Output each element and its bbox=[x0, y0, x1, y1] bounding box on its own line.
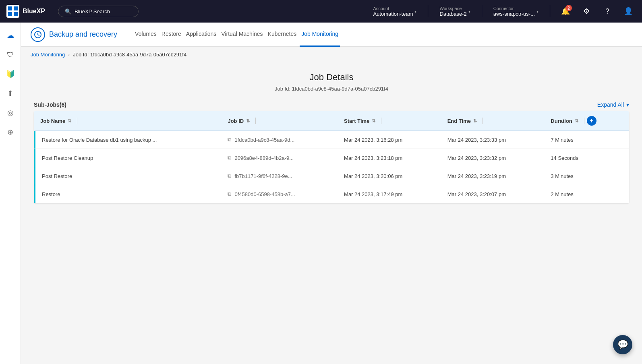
td-end-time-0: Mar 24 2023, 3:23:33 pm bbox=[441, 131, 545, 149]
td-duration-2: 3 Minutes bbox=[544, 167, 629, 185]
settings-button[interactable]: ⚙ bbox=[579, 4, 594, 19]
account-dropdown[interactable]: Account Automation-team ▾ bbox=[370, 4, 420, 19]
top-navigation: BlueXP 🔍 BlueXP Search Account Automatio… bbox=[0, 0, 642, 23]
tab-applications[interactable]: Applications bbox=[184, 23, 218, 47]
td-start-time-1: Mar 24 2023, 3:23:18 pm bbox=[338, 149, 441, 167]
col-job-id-label: Job ID bbox=[228, 118, 244, 124]
col-duration: Duration ⇅ + bbox=[544, 111, 629, 131]
table-body: Restore for Oracle Database db1 using ba… bbox=[34, 131, 629, 203]
connector-label: Connector bbox=[493, 6, 535, 11]
row-accent-2 bbox=[34, 167, 35, 185]
expand-all-button[interactable]: Expand All ▾ bbox=[597, 101, 629, 108]
job-details-id: Job Id: 1fdca0bd-a9c8-45aa-9d7a-05a07cb2… bbox=[34, 86, 629, 92]
app-tabs: Volumes Restore Applications Virtual Mac… bbox=[133, 23, 340, 46]
table-header: Job Name ⇅ Job ID ⇅ bbox=[34, 111, 629, 131]
workspace-dropdown[interactable]: Workspace Database-2 ▾ bbox=[436, 4, 473, 19]
job-name-text-0: Restore for Oracle Database db1 using ba… bbox=[42, 137, 157, 143]
search-icon: 🔍 bbox=[65, 8, 71, 14]
notification-badge: 2 bbox=[565, 5, 572, 11]
chat-button[interactable]: 💬 bbox=[613, 335, 632, 354]
add-column-button[interactable]: + bbox=[587, 116, 596, 126]
copy-icon-0[interactable]: ⧉ bbox=[228, 136, 231, 143]
tab-volumes[interactable]: Volumes bbox=[133, 23, 158, 47]
search-label: BlueXP Search bbox=[75, 8, 110, 14]
col-job-id: Job ID ⇅ bbox=[221, 111, 338, 131]
td-job-id-2: ⧉ fb7b1171-9f6f-4228-9e... bbox=[221, 167, 338, 185]
sort-end-time-icon[interactable]: ⇅ bbox=[473, 118, 477, 124]
app-brand-name: Backup and recovery bbox=[49, 30, 117, 39]
account-chevron-icon: ▾ bbox=[414, 9, 416, 14]
job-details-container: Job Details Job Id: 1fdca0bd-a9c8-45aa-9… bbox=[21, 62, 642, 213]
col-divider-5 bbox=[584, 118, 584, 124]
copy-icon-2[interactable]: ⧉ bbox=[228, 173, 231, 179]
sort-job-name-icon[interactable]: ⇅ bbox=[68, 118, 71, 124]
sidebar-item-share[interactable]: ⊕ bbox=[2, 124, 19, 140]
col-divider-2 bbox=[255, 118, 256, 124]
job-id-text-3: 0f4580d0-6598-458b-a7... bbox=[234, 191, 295, 197]
sidebar-item-cloud[interactable]: ☁ bbox=[2, 27, 19, 43]
td-job-name-2: Post Restore bbox=[34, 167, 221, 185]
expand-all-chevron-icon: ▾ bbox=[626, 101, 629, 108]
connector-chevron-icon: ▾ bbox=[536, 9, 538, 14]
td-start-time-2: Mar 24 2023, 3:20:06 pm bbox=[338, 167, 441, 185]
job-id-text-1: 2096a8e4-889d-4b2a-9... bbox=[234, 155, 294, 161]
svg-rect-2 bbox=[14, 6, 18, 10]
app-header: Backup and recovery Volumes Restore Appl… bbox=[21, 23, 642, 47]
table-row[interactable]: Post Restore Cleanup ⧉ 2096a8e4-889d-4b2… bbox=[34, 149, 629, 167]
sort-start-time-icon[interactable]: ⇅ bbox=[372, 118, 375, 124]
job-name-text-1: Post Restore Cleanup bbox=[42, 155, 93, 161]
search-bar[interactable]: 🔍 BlueXP Search bbox=[58, 6, 139, 17]
td-job-id-1: ⧉ 2096a8e4-889d-4b2a-9... bbox=[221, 149, 338, 167]
tab-job-monitoring[interactable]: Job Monitoring bbox=[300, 23, 340, 47]
td-end-time-2: Mar 24 2023, 3:23:19 pm bbox=[441, 167, 545, 185]
profile-button[interactable]: 👤 bbox=[621, 4, 636, 19]
job-table: Job Name ⇅ Job ID ⇅ bbox=[34, 111, 629, 203]
chat-icon: 💬 bbox=[617, 339, 628, 350]
col-start-time: Start Time ⇅ bbox=[338, 111, 441, 131]
main-layout: ☁ 🛡 🔰 ⬆ ◎ ⊕ bbox=[0, 23, 642, 364]
copy-icon-1[interactable]: ⧉ bbox=[228, 155, 231, 161]
badge-icon: 🔰 bbox=[6, 70, 15, 79]
breadcrumb: Job Monitoring › Job Id: 1fdca0bd-a9c8-4… bbox=[21, 47, 642, 62]
tab-virtual-machines[interactable]: Virtual Machines bbox=[220, 23, 264, 47]
sidebar-item-shield[interactable]: 🛡 bbox=[2, 47, 19, 63]
netapp-logo-icon bbox=[6, 5, 19, 18]
col-job-name-label: Job Name bbox=[40, 118, 65, 124]
td-start-time-3: Mar 24 2023, 3:17:49 pm bbox=[338, 185, 441, 203]
expand-all-label: Expand All bbox=[597, 101, 624, 108]
logo: BlueXP bbox=[6, 5, 45, 18]
sort-job-id-icon[interactable]: ⇅ bbox=[246, 118, 250, 124]
table-row[interactable]: Restore for Oracle Database db1 using ba… bbox=[34, 131, 629, 149]
tab-restore[interactable]: Restore bbox=[160, 23, 183, 47]
sort-duration-icon[interactable]: ⇅ bbox=[575, 118, 578, 124]
copy-icon-3[interactable]: ⧉ bbox=[228, 191, 231, 197]
workspace-value: Database-2 bbox=[439, 11, 466, 17]
breadcrumb-parent-link[interactable]: Job Monitoring bbox=[31, 52, 65, 58]
col-duration-label: Duration bbox=[551, 118, 572, 124]
table-row[interactable]: Post Restore ⧉ fb7b1171-9f6f-4228-9e... … bbox=[34, 167, 629, 185]
breadcrumb-separator: › bbox=[68, 52, 70, 58]
backup-icon bbox=[34, 31, 42, 39]
connector-dropdown[interactable]: Connector aws-snapctr-us-... ▾ bbox=[490, 4, 542, 19]
notifications-button[interactable]: 🔔 2 bbox=[558, 4, 573, 19]
tab-kubernetes[interactable]: Kubernetes bbox=[266, 23, 298, 47]
col-divider-4 bbox=[483, 118, 483, 124]
svg-rect-1 bbox=[8, 6, 12, 10]
share-icon: ⊕ bbox=[7, 128, 13, 136]
row-accent-1 bbox=[34, 149, 35, 167]
td-job-name-3: Restore bbox=[34, 185, 221, 203]
job-details-title: Job Details bbox=[34, 72, 629, 83]
td-end-time-3: Mar 24 2023, 3:20:07 pm bbox=[441, 185, 545, 203]
globe-icon: ◎ bbox=[7, 108, 14, 117]
sidebar-item-globe[interactable]: ◎ bbox=[2, 105, 19, 121]
svg-rect-3 bbox=[8, 12, 12, 16]
help-button[interactable]: ? bbox=[600, 4, 615, 19]
td-job-id-0: ⧉ 1fdca0bd-a9c8-45aa-9d... bbox=[221, 131, 338, 149]
table-row[interactable]: Restore ⧉ 0f4580d0-6598-458b-a7... Mar 2… bbox=[34, 185, 629, 203]
svg-rect-4 bbox=[14, 12, 18, 16]
col-divider-3 bbox=[381, 118, 381, 124]
sidebar-item-badge[interactable]: 🔰 bbox=[2, 66, 19, 82]
sidebar-item-upload[interactable]: ⬆ bbox=[2, 85, 19, 101]
sub-jobs-title: Sub-Jobs(6) bbox=[34, 101, 66, 108]
td-job-name-1: Post Restore Cleanup bbox=[34, 149, 221, 167]
